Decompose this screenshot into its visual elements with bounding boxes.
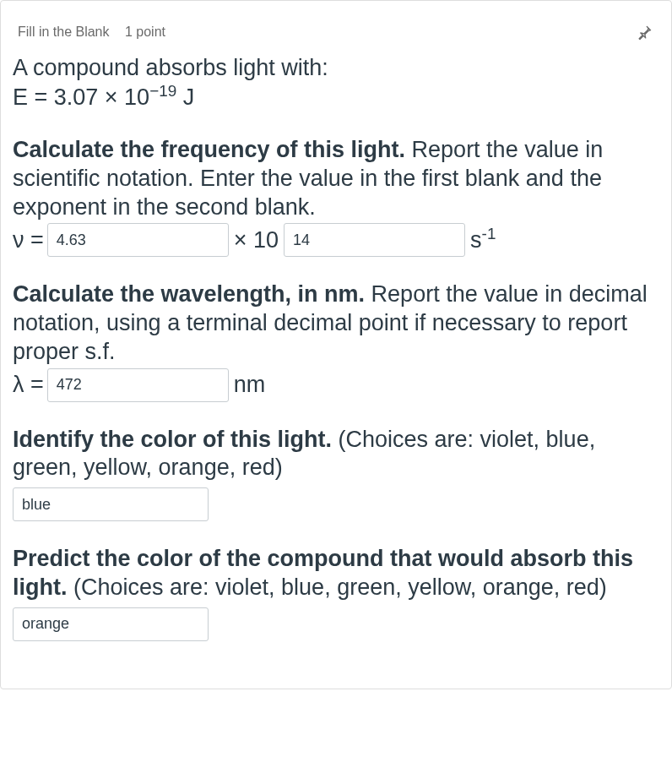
frequency-mid: × 10 bbox=[234, 226, 279, 255]
wavelength-equation: λ = nm bbox=[13, 368, 659, 402]
intro-text: A compound absorbs light with: E = 3.07 … bbox=[13, 53, 659, 112]
question-content: A compound absorbs light with: E = 3.07 … bbox=[1, 46, 671, 689]
question-card: Fill in the Blank 1 point A compound abs… bbox=[0, 0, 672, 689]
frequency-value-input[interactable] bbox=[47, 223, 229, 257]
wavelength-prompt-bold: Calculate the wavelength, in nm. bbox=[13, 281, 365, 307]
question-points: 1 point bbox=[125, 24, 165, 40]
question-type: Fill in the Blank bbox=[18, 24, 110, 40]
wavelength-prompt: Calculate the wavelength, in nm. Report … bbox=[13, 280, 659, 366]
wavelength-var: λ = bbox=[13, 371, 44, 400]
compound-color-input[interactable] bbox=[13, 607, 209, 641]
color-prompt: Identify the color of this light. (Choic… bbox=[13, 426, 659, 483]
wavelength-unit: nm bbox=[234, 371, 266, 400]
color-input[interactable] bbox=[13, 487, 209, 521]
pin-icon[interactable] bbox=[636, 24, 653, 41]
compound-color-prompt-rest: (Choices are: violet, blue, green, yello… bbox=[67, 574, 606, 600]
wavelength-input[interactable] bbox=[47, 368, 229, 402]
color-section: Identify the color of this light. (Choic… bbox=[13, 426, 659, 522]
color-prompt-bold: Identify the color of this light. bbox=[13, 427, 332, 452]
frequency-section: Calculate the frequency of this light. R… bbox=[13, 136, 659, 257]
frequency-exponent-input[interactable] bbox=[284, 223, 465, 257]
question-header: Fill in the Blank 1 point bbox=[1, 1, 671, 46]
frequency-prompt: Calculate the frequency of this light. R… bbox=[13, 136, 659, 221]
compound-color-prompt: Predict the color of the compound that w… bbox=[13, 545, 659, 602]
intro-line1: A compound absorbs light with: bbox=[13, 55, 328, 80]
frequency-prompt-bold: Calculate the frequency of this light. bbox=[13, 137, 405, 162]
wavelength-section: Calculate the wavelength, in nm. Report … bbox=[13, 280, 659, 401]
compound-color-section: Predict the color of the compound that w… bbox=[13, 545, 659, 641]
frequency-equation: ν = × 10 s-1 bbox=[13, 223, 659, 257]
intro-line2-suffix: J bbox=[176, 84, 194, 110]
intro-line2-prefix: E = 3.07 × 10 bbox=[13, 84, 149, 110]
frequency-unit: s-1 bbox=[470, 226, 496, 255]
intro-line2-exp: −19 bbox=[149, 82, 176, 100]
frequency-var: ν = bbox=[13, 226, 44, 255]
